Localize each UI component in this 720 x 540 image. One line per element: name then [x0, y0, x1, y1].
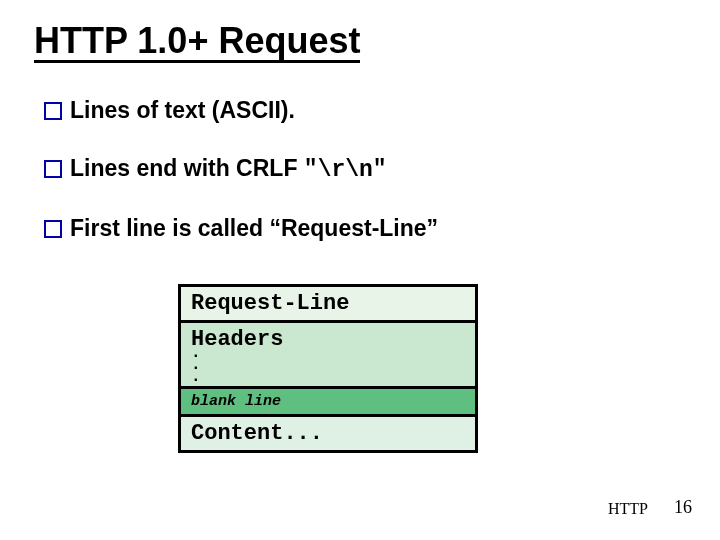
- bullet-item: Lines end with CRLF "\r\n": [44, 154, 644, 186]
- bullet-text: Lines of text (ASCII).: [70, 96, 295, 126]
- footer-label: HTTP: [608, 500, 648, 518]
- diagram-blank-line: blank line: [181, 389, 475, 417]
- bullet-box-icon: [44, 160, 62, 178]
- bullet-item: First line is called “Request-Line”: [44, 214, 644, 244]
- page-number: 16: [674, 497, 692, 518]
- bullet-box-icon: [44, 220, 62, 238]
- bullet-item: Lines of text (ASCII).: [44, 96, 644, 126]
- diagram-content: Content...: [181, 417, 475, 450]
- bullet-box-icon: [44, 102, 62, 120]
- diagram-headers-dots: . . .: [191, 347, 201, 383]
- bullet-text: Lines end with CRLF "\r\n": [70, 154, 387, 186]
- http-structure-diagram: Request-Line Headers . . . blank line Co…: [178, 284, 478, 453]
- bullet-text-mono: "\r\n": [304, 157, 387, 183]
- bullet-text: First line is called “Request-Line”: [70, 214, 438, 244]
- diagram-headers-label: Headers: [191, 327, 283, 352]
- diagram-headers: Headers . . .: [181, 323, 475, 389]
- bullet-text-prefix: Lines end with CRLF: [70, 155, 304, 181]
- slide: HTTP 1.0+ Request Lines of text (ASCII).…: [0, 0, 720, 540]
- diagram-request-line: Request-Line: [181, 287, 475, 323]
- slide-title: HTTP 1.0+ Request: [34, 22, 360, 63]
- bullet-list: Lines of text (ASCII). Lines end with CR…: [44, 96, 644, 272]
